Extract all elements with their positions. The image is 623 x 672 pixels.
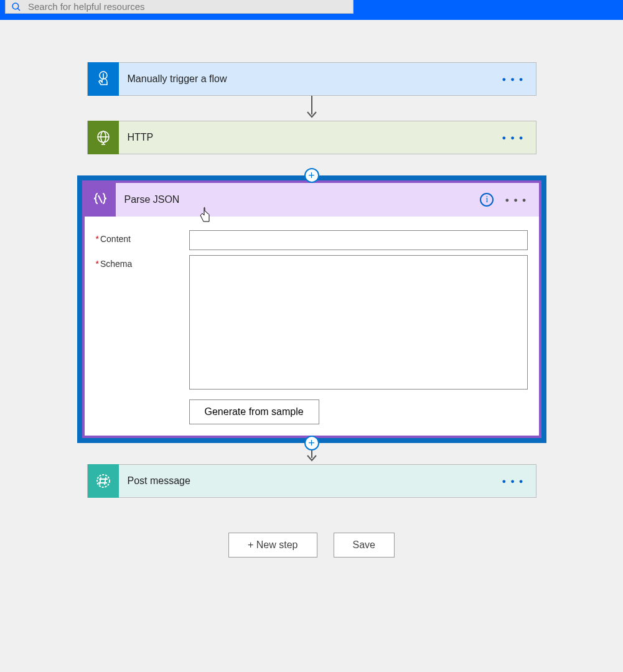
add-step-after-button[interactable]: + xyxy=(304,436,319,450)
save-button[interactable]: Save xyxy=(334,533,395,558)
generate-from-sample-button[interactable]: Generate from sample xyxy=(189,399,319,424)
schema-input[interactable] xyxy=(189,255,528,390)
svg-point-0 xyxy=(12,3,19,9)
svg-line-13 xyxy=(105,477,106,485)
step-post-message-title: Post message xyxy=(119,475,502,487)
step-parse-json-header[interactable]: Parse JSON i ● ● ● xyxy=(85,183,539,217)
step-http[interactable]: HTTP ● ● ● xyxy=(87,121,536,154)
hash-icon xyxy=(88,464,119,498)
step-trigger-menu[interactable]: ● ● ● xyxy=(502,75,535,83)
step-http-menu[interactable]: ● ● ● xyxy=(502,134,535,141)
step-parse-json-body: *Content *Schema Generate from sample xyxy=(85,217,539,436)
info-icon[interactable]: i xyxy=(480,193,494,207)
search-icon xyxy=(11,1,22,12)
new-step-button[interactable]: + New step xyxy=(228,533,317,558)
svg-line-1 xyxy=(17,8,20,11)
globe-icon xyxy=(88,121,119,154)
step-trigger[interactable]: Manually trigger a flow ● ● ● xyxy=(87,62,536,96)
selected-step-outline: Parse JSON i ● ● ● *Content *Schema xyxy=(77,175,546,443)
footer-actions: + New step Save xyxy=(228,533,395,558)
step-http-title: HTTP xyxy=(119,132,502,143)
search-box[interactable] xyxy=(5,0,354,14)
step-parse-json: Parse JSON i ● ● ● *Content *Schema xyxy=(82,180,541,438)
step-parse-json-menu[interactable]: ● ● ● xyxy=(505,196,538,203)
top-nav-bar xyxy=(0,0,623,20)
svg-line-12 xyxy=(100,477,101,485)
step-post-message-menu[interactable]: ● ● ● xyxy=(502,477,535,485)
add-step-before-button[interactable]: + xyxy=(304,168,319,183)
step-trigger-title: Manually trigger a flow xyxy=(119,73,502,85)
content-input[interactable] xyxy=(189,230,528,250)
svg-point-11 xyxy=(97,475,110,487)
json-braces-icon xyxy=(85,183,116,217)
search-input[interactable] xyxy=(28,1,348,12)
required-asterisk: * xyxy=(96,234,100,244)
step-parse-json-title: Parse JSON xyxy=(116,194,480,205)
content-label: *Content xyxy=(96,230,189,244)
touch-icon xyxy=(88,62,119,96)
required-asterisk: * xyxy=(96,259,100,269)
connector-arrow xyxy=(306,96,318,121)
flow-canvas: Manually trigger a flow ● ● ● HTTP ● ● ●… xyxy=(0,20,623,558)
step-post-message[interactable]: Post message ● ● ● xyxy=(87,464,536,498)
schema-label: *Schema xyxy=(96,255,189,269)
svg-line-9 xyxy=(98,195,102,203)
